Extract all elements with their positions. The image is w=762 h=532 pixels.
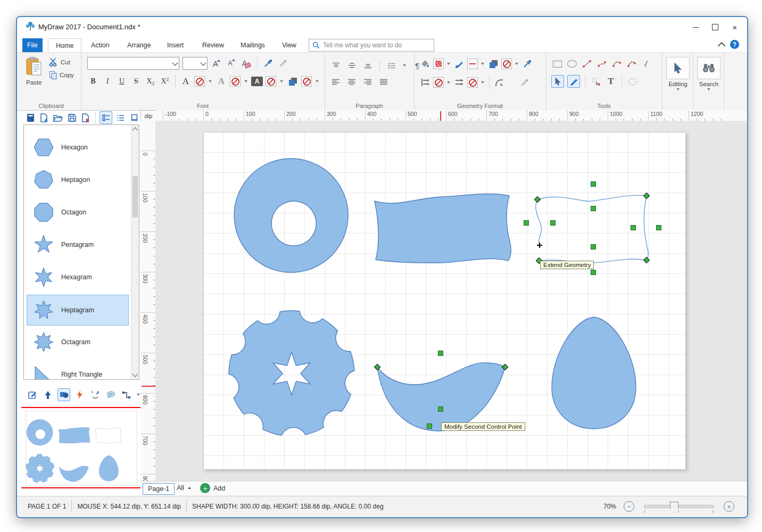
drawing-canvas-area[interactable]: Extend Geometry Modify Second Control Po… bbox=[155, 121, 747, 481]
wave-rectangle-shape[interactable] bbox=[59, 428, 89, 444]
stroke-style-swatch[interactable] bbox=[467, 59, 478, 69]
chevron-down-icon[interactable] bbox=[403, 64, 406, 66]
chevron-down-icon[interactable] bbox=[280, 80, 283, 82]
list-item-heptagon[interactable]: Heptagon bbox=[27, 165, 127, 195]
strikethrough-button[interactable]: S bbox=[130, 76, 142, 87]
connectors-button[interactable] bbox=[120, 389, 132, 401]
collapse-ribbon-button[interactable] bbox=[719, 43, 724, 48]
list-item-heptagram-selected[interactable]: Heptagram bbox=[27, 295, 129, 326]
bold-button[interactable]: B bbox=[87, 76, 99, 87]
tab-review[interactable]: Review bbox=[195, 38, 231, 52]
move-points-tool[interactable] bbox=[590, 76, 602, 87]
page-tab[interactable]: Page-1 bbox=[143, 483, 175, 495]
grow-font-button[interactable]: A bbox=[211, 57, 222, 69]
list-item-octagon[interactable]: Octagon bbox=[27, 197, 127, 227]
more-tools-chevron[interactable] bbox=[137, 394, 140, 396]
wave-rectangle-shape[interactable] bbox=[375, 194, 511, 263]
zoom-in-button[interactable]: + bbox=[724, 501, 734, 512]
end-arrowhead-button[interactable] bbox=[453, 77, 465, 88]
superscript-button[interactable]: X2 bbox=[159, 76, 171, 87]
save-library-button[interactable] bbox=[66, 112, 78, 123]
tab-mailings[interactable]: Mailings bbox=[233, 38, 272, 52]
align-right-button[interactable] bbox=[362, 76, 374, 88]
scroll-up-icon[interactable] bbox=[132, 127, 138, 133]
ellipse-tool[interactable] bbox=[566, 58, 578, 70]
chevron-down-icon[interactable] bbox=[209, 80, 212, 82]
control-point-handle[interactable] bbox=[438, 407, 443, 412]
font-size-select[interactable] bbox=[183, 57, 208, 70]
tell-me-search-box[interactable]: Tell me what you want to do bbox=[309, 39, 434, 52]
control-point-handle[interactable] bbox=[524, 221, 529, 226]
shadow-button[interactable] bbox=[487, 58, 499, 70]
subscript-button[interactable]: X2 bbox=[145, 76, 156, 87]
highlight-color-button[interactable]: A bbox=[251, 77, 263, 86]
geometry-format-painter-button[interactable] bbox=[519, 77, 531, 88]
pick-format-button[interactable] bbox=[262, 57, 274, 69]
comments-button[interactable] bbox=[105, 389, 117, 401]
italic-button[interactable]: I bbox=[102, 76, 113, 87]
control-point-handle[interactable] bbox=[427, 424, 432, 429]
lasso-tool[interactable] bbox=[627, 76, 639, 87]
fill-bucket-button[interactable] bbox=[419, 58, 431, 70]
egg-shape[interactable] bbox=[99, 455, 118, 481]
begin-arrowhead-button[interactable] bbox=[419, 77, 431, 88]
stroke-brush-button[interactable] bbox=[453, 58, 465, 70]
add-page-button[interactable]: + Add bbox=[200, 483, 225, 493]
refresh-button[interactable] bbox=[89, 389, 101, 401]
icons-view-button[interactable] bbox=[128, 112, 140, 123]
end-arrowhead-none[interactable] bbox=[467, 77, 478, 88]
remove-library-button[interactable] bbox=[80, 112, 92, 123]
tab-home[interactable]: Home bbox=[48, 38, 81, 53]
font-outline-color-button[interactable]: A bbox=[216, 76, 227, 87]
font-name-select[interactable] bbox=[87, 57, 179, 70]
chevron-down-icon[interactable] bbox=[515, 63, 518, 65]
canvas-shapes[interactable] bbox=[203, 132, 685, 469]
thumbnails-view-button[interactable] bbox=[100, 111, 112, 124]
help-button[interactable]: ? bbox=[730, 40, 739, 49]
minimize-button[interactable] bbox=[686, 20, 705, 34]
donut-shape[interactable] bbox=[234, 159, 348, 272]
pick-geometry-format-button[interactable] bbox=[521, 58, 533, 70]
format-painter-button[interactable] bbox=[277, 57, 289, 69]
crescent-shape[interactable] bbox=[377, 363, 505, 431]
pointer-mode-button[interactable] bbox=[42, 389, 54, 401]
control-point-handle[interactable] bbox=[631, 226, 636, 230]
underline-button[interactable]: U bbox=[116, 76, 128, 87]
text-fill-button[interactable] bbox=[287, 76, 299, 87]
pencil-tool[interactable] bbox=[567, 75, 580, 88]
freehand-tool[interactable] bbox=[641, 58, 652, 70]
vertex-handle[interactable] bbox=[643, 257, 649, 263]
gear-shape[interactable] bbox=[26, 454, 54, 483]
shrink-font-button[interactable]: A bbox=[226, 57, 237, 69]
page-filter-dropdown[interactable]: All bbox=[177, 484, 192, 492]
wave-outline-left-edge[interactable] bbox=[95, 429, 96, 439]
pointer-tool[interactable] bbox=[551, 75, 564, 88]
egg-shape[interactable] bbox=[552, 317, 636, 429]
begin-arrowhead-none[interactable] bbox=[433, 77, 444, 88]
new-library-button[interactable] bbox=[38, 112, 50, 123]
donut-shape[interactable] bbox=[27, 419, 53, 445]
chevron-down-icon[interactable] bbox=[316, 80, 319, 82]
gear-shape[interactable] bbox=[229, 311, 354, 435]
list-item-pentagram[interactable]: Pentagram bbox=[27, 230, 127, 260]
wave-outline-shape[interactable] bbox=[96, 428, 121, 443]
line-tool[interactable] bbox=[581, 58, 593, 70]
highlight-none[interactable] bbox=[266, 76, 276, 87]
tab-file[interactable]: File bbox=[22, 38, 43, 52]
tab-insert[interactable]: Insert bbox=[160, 38, 191, 52]
align-center-button[interactable] bbox=[346, 76, 358, 88]
vertical-align-top-button[interactable] bbox=[330, 60, 342, 71]
wave-outline-left-edge[interactable] bbox=[536, 200, 542, 245]
shapes-mode-button[interactable] bbox=[57, 388, 70, 401]
align-left-button[interactable] bbox=[330, 76, 342, 88]
vertex-handle[interactable] bbox=[643, 193, 649, 198]
maximize-button[interactable] bbox=[706, 20, 724, 34]
zoom-slider-thumb[interactable] bbox=[670, 502, 678, 512]
copy-button[interactable]: Copy bbox=[49, 71, 74, 79]
zoom-out-button[interactable]: − bbox=[624, 501, 634, 512]
text-tool[interactable]: T bbox=[605, 76, 617, 87]
paste-button[interactable]: Paste bbox=[26, 57, 43, 86]
zoom-slider[interactable] bbox=[644, 505, 714, 508]
corner-rounding-button[interactable] bbox=[493, 77, 505, 88]
crescent-shape[interactable] bbox=[60, 466, 89, 481]
